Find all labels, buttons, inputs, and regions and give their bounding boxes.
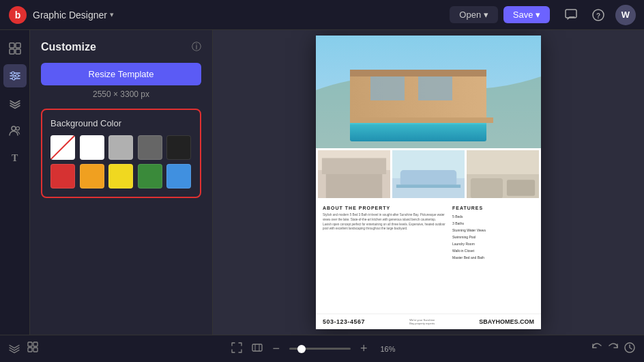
help-icon[interactable]: ? xyxy=(588,5,609,25)
svg-rect-2 xyxy=(566,10,576,18)
doc-features-list: 5 Beds3 BathsStunning Water ViewsSwimmin… xyxy=(452,213,534,261)
color-swatch-black[interactable] xyxy=(166,135,191,160)
svg-rect-21 xyxy=(370,76,405,100)
main-content: T Customize ⓘ Resize Template 2550 × 330… xyxy=(0,30,644,335)
save-button[interactable]: Save ▾ xyxy=(503,6,550,23)
customize-panel: Customize ⓘ Resize Template 2550 × 3300 … xyxy=(30,30,213,335)
doc-footer: 503-123-4567 We're your SunshineBay prop… xyxy=(316,314,541,329)
color-grid xyxy=(50,135,192,189)
template-size: 2550 × 3300 px xyxy=(41,89,201,99)
svg-point-12 xyxy=(12,72,14,74)
svg-rect-32 xyxy=(400,170,456,186)
svg-rect-22 xyxy=(418,76,452,100)
svg-point-16 xyxy=(16,127,19,130)
color-swatch-red[interactable] xyxy=(50,164,75,189)
app-name-label: Graphic Designer xyxy=(33,10,107,20)
zoom-in-icon[interactable]: + xyxy=(360,342,368,356)
color-swatch-green[interactable] xyxy=(138,164,162,189)
svg-rect-28 xyxy=(322,158,386,174)
svg-rect-33 xyxy=(396,184,460,188)
svg-text:?: ? xyxy=(596,12,600,19)
topbar: b Graphic Designer ▾ Open ▾ Save ▾ ? W xyxy=(0,0,644,30)
sidebar-text-icon[interactable]: T xyxy=(3,146,27,169)
color-swatch-light-gray[interactable] xyxy=(108,135,133,160)
svg-rect-25 xyxy=(350,117,493,123)
bg-color-label: Background Color xyxy=(50,118,192,128)
document-preview: KITCHEN BEDROOM xyxy=(316,36,541,329)
bottom-bar: − + 16% xyxy=(0,335,644,362)
bottom-left-tools xyxy=(8,342,40,356)
zoom-level: 16% xyxy=(377,345,399,353)
app-name-button[interactable]: Graphic Designer ▾ xyxy=(33,10,114,20)
topbar-center-actions: Open ▾ Save ▾ xyxy=(450,6,550,23)
svg-rect-7 xyxy=(10,49,14,54)
doc-features-section: FEATURES 5 Beds3 BathsStunning Water Vie… xyxy=(452,206,534,261)
svg-rect-38 xyxy=(28,342,32,346)
doc-thumb-kitchen: KITCHEN xyxy=(318,150,390,198)
color-swatch-white[interactable] xyxy=(80,135,104,160)
color-swatch-yellow[interactable] xyxy=(108,164,133,189)
svg-rect-5 xyxy=(10,43,14,48)
doc-features-title: FEATURES xyxy=(452,206,534,210)
doc-hero-image xyxy=(316,36,541,148)
svg-rect-39 xyxy=(33,342,38,346)
sidebar-grid-icon[interactable] xyxy=(3,37,27,60)
doc-website: SBAYHOMES.COM xyxy=(479,318,534,325)
canvas-area: KITCHEN BEDROOM xyxy=(213,30,644,335)
svg-text:T: T xyxy=(12,153,18,163)
color-swatch-orange[interactable] xyxy=(80,164,104,189)
svg-point-15 xyxy=(12,126,16,130)
svg-rect-41 xyxy=(33,348,38,352)
customize-title: Customize xyxy=(41,41,96,53)
app-logo: b xyxy=(8,5,27,25)
doc-about-section: ABOUT THE PROPERTY Stylish and modern 5 … xyxy=(323,206,445,261)
svg-text:b: b xyxy=(15,10,21,20)
sidebar-customize-icon[interactable] xyxy=(3,64,27,87)
redo-icon[interactable] xyxy=(607,342,619,356)
svg-rect-37 xyxy=(507,180,535,196)
icon-sidebar: T xyxy=(0,30,30,335)
history-icon[interactable] xyxy=(624,342,636,356)
svg-rect-8 xyxy=(16,49,20,54)
zoom-out-icon[interactable]: − xyxy=(272,342,280,356)
doc-thumb-bedroom: BEDROOM xyxy=(392,150,465,198)
doc-body: ABOUT THE PROPERTY Stylish and modern 5 … xyxy=(316,200,541,266)
svg-rect-20 xyxy=(350,70,486,76)
zoom-slider[interactable] xyxy=(289,348,351,350)
doc-thumbnails: KITCHEN BEDROOM xyxy=(316,148,541,200)
background-color-section: Background Color xyxy=(41,109,201,198)
undo-icon[interactable] xyxy=(591,342,603,356)
svg-rect-40 xyxy=(28,348,32,352)
info-icon[interactable]: ⓘ xyxy=(192,41,201,53)
doc-thumb-living: LIVING ROOM xyxy=(467,150,539,198)
layers-bottom-icon[interactable] xyxy=(8,342,20,356)
color-swatch-transparent[interactable] xyxy=(50,135,75,160)
svg-point-13 xyxy=(16,74,18,77)
svg-rect-42 xyxy=(252,344,262,351)
app-name-chevron: ▾ xyxy=(110,10,114,19)
comment-icon[interactable] xyxy=(561,5,581,25)
doc-tagline: We're your SunshineBay property experts xyxy=(409,318,435,325)
bottom-right-history xyxy=(591,342,636,356)
customize-header: Customize ⓘ xyxy=(41,41,201,53)
bottom-center-zoom: − + 16% xyxy=(231,342,398,356)
resize-template-button[interactable]: Resize Template xyxy=(41,63,201,85)
svg-point-14 xyxy=(12,77,15,80)
svg-rect-36 xyxy=(471,178,503,198)
topbar-right-actions: ? W xyxy=(561,5,636,25)
doc-about-text: Stylish and modern 5 Bed 3 Bath tri-leve… xyxy=(323,213,445,232)
doc-phone: 503-123-4567 xyxy=(323,318,365,325)
doc-about-title: ABOUT THE PROPERTY xyxy=(323,206,445,210)
open-button[interactable]: Open ▾ xyxy=(450,6,497,23)
fullscreen-icon[interactable] xyxy=(231,342,242,355)
svg-rect-29 xyxy=(326,174,382,198)
sidebar-people-icon[interactable] xyxy=(3,119,27,142)
user-avatar[interactable]: W xyxy=(615,5,636,25)
svg-rect-6 xyxy=(16,43,20,48)
color-swatch-dark-gray[interactable] xyxy=(138,135,162,160)
sidebar-layers-icon[interactable] xyxy=(3,92,27,115)
grid-bottom-icon[interactable] xyxy=(27,342,40,356)
color-swatch-blue[interactable] xyxy=(166,164,191,189)
aspect-ratio-icon[interactable] xyxy=(252,342,263,355)
